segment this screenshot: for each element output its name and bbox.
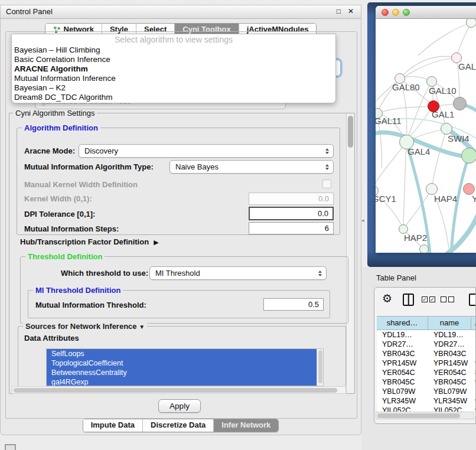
column-header-partial[interactable]: A: [471, 317, 476, 330]
network-node[interactable]: [419, 244, 429, 253]
column-header-shared-name[interactable]: shared…: [377, 317, 428, 330]
dropdown-item-bayesian-hill-climbing[interactable]: Bayesian – Hill Climbing: [12, 45, 335, 55]
cell: YLR345W: [377, 396, 428, 406]
dropdown-item-aracne[interactable]: ARACNE Algorithm: [12, 64, 335, 74]
node-label-gal10: GAL10: [429, 86, 457, 96]
network-node-hap4[interactable]: [426, 183, 438, 195]
manual-kernel-checkbox[interactable]: [322, 180, 331, 188]
cell: YBR045C: [428, 377, 471, 387]
apply-button[interactable]: Apply: [158, 399, 201, 413]
tab-infer-network[interactable]: Infer Network: [214, 419, 278, 432]
tab-infer-network-label: Infer Network: [221, 421, 270, 429]
table-header-row: shared… name A: [377, 316, 476, 330]
list-item-topologicalcoefficient[interactable]: TopologicalCoefficient: [47, 358, 323, 368]
tab-discretize-data[interactable]: Discretize Data: [143, 419, 214, 432]
mi-threshold-field[interactable]: 0.5: [263, 298, 324, 311]
network-node-gal1[interactable]: [441, 123, 452, 135]
cell: 9.: [471, 377, 476, 387]
network-node-swi4[interactable]: [461, 148, 476, 164]
mi-type-combo[interactable]: Naive Bayes: [169, 160, 334, 174]
kernel-width-field[interactable]: 0.0: [249, 193, 334, 205]
settings-scrollbar-thumb[interactable]: [348, 116, 353, 148]
bottom-tabgroup: Impute Data Discretize Data Infer Networ…: [83, 419, 279, 432]
which-threshold-combo[interactable]: MI Threshold: [149, 266, 327, 280]
expander-down-arrow-icon[interactable]: ▼: [139, 324, 145, 330]
column-header-name[interactable]: name: [428, 317, 471, 330]
network-node-gray[interactable]: [453, 97, 467, 110]
data-attributes-list: SelfLoops TopologicalCoefficient Between…: [46, 348, 324, 386]
mi-type-label: Mutual Information Algorithm Type:: [24, 162, 154, 171]
splitter-handle-icon[interactable]: ◂: [361, 217, 364, 223]
combo-spinner-icon: [324, 161, 331, 173]
control-panel: Control Panel □ ✕: [0, 5, 361, 435]
list-item-betweennesscentrality[interactable]: BetweennessCentrality: [47, 368, 323, 377]
table-row[interactable]: YDL19…YDL19…13: [377, 330, 476, 340]
table-row[interactable]: YBR043CYBR043C: [377, 349, 476, 358]
node-label-hap2: HAP2: [404, 233, 427, 243]
table-panel: Table Panel ⚙ ✓ ✓ shared… name A YDL19…Y…: [361, 267, 476, 450]
cell: YER054C: [377, 368, 428, 377]
cell: YBL079W: [377, 387, 428, 396]
attributes-vertical-scrollbar[interactable]: [317, 349, 323, 386]
settings-hscrollbar-thumb[interactable]: [14, 388, 337, 393]
cell: YPR145W: [377, 358, 428, 368]
hub-definition-expander[interactable]: Hub/Transcription Factor Definition▶: [20, 237, 159, 246]
network-window: GAL GAL80 GAL10 GAL1 GAL11 SWI4 GAL4 GCY…: [376, 6, 476, 253]
table-row[interactable]: YDR27…YDR27…12: [377, 340, 476, 349]
table-row[interactable]: YBR045CYBR045C9.: [377, 377, 476, 387]
node-label-gal80: GAL80: [392, 82, 420, 92]
cell: YBR045C: [377, 377, 428, 387]
aracne-mode-combo[interactable]: Discovery: [79, 144, 334, 158]
settings-horizontal-scrollbar[interactable]: [12, 386, 346, 394]
network-node[interactable]: [466, 19, 476, 28]
deselect-all-checkbox-icon[interactable]: [448, 296, 454, 302]
cell: YLR345W: [428, 396, 471, 406]
table-horizontal-scrollbar[interactable]: [376, 412, 474, 419]
dropdown-item-mutual-information[interactable]: Mutual Information Inference: [12, 74, 335, 83]
cell: YDR27…: [377, 340, 428, 349]
dropdown-item-basic-correlation[interactable]: Basic Correlation Inference: [12, 55, 335, 64]
node-label-hap4: HAP4: [434, 194, 457, 204]
cell: YDL19…: [428, 330, 471, 340]
tab-impute-data[interactable]: Impute Data: [83, 419, 143, 432]
network-window-titlebar[interactable]: [376, 6, 476, 19]
table-row[interactable]: YER054CYER054C8.: [377, 368, 476, 377]
hub-definition-label: Hub/Transcription Factor Definition: [20, 237, 149, 246]
settings-vertical-scrollbar[interactable]: [346, 114, 354, 393]
mi-steps-field[interactable]: 6: [249, 222, 334, 234]
window-close-button[interactable]: [382, 9, 389, 16]
list-item-selfloops[interactable]: SelfLoops: [47, 349, 323, 358]
select-all-checkbox-icon[interactable]: ✓: [429, 296, 435, 302]
dropdown-item-dream8[interactable]: Dream8 DC_TDC Algorithm: [12, 93, 335, 102]
float-panel-icon[interactable]: □: [337, 7, 341, 15]
table-row[interactable]: YBL079WYBL079W: [377, 387, 476, 396]
select-all-checkbox-icon[interactable]: ✓: [422, 296, 428, 302]
network-canvas[interactable]: GAL GAL80 GAL10 GAL1 GAL11 SWI4 GAL4 GCY…: [376, 19, 476, 253]
table-hscrollbar-thumb[interactable]: [377, 413, 460, 418]
node-label-gal1: GAL1: [432, 109, 454, 119]
window-minimize-button[interactable]: [392, 9, 399, 16]
list-item-gal4rgexp[interactable]: gal4RGexp: [47, 377, 323, 386]
network-node-salmon[interactable]: [463, 183, 475, 195]
combo-spinner-icon: [317, 267, 324, 279]
minimized-panel-icon[interactable]: [5, 444, 16, 450]
table-row[interactable]: YLR345WYLR345W9.: [377, 396, 476, 406]
dropdown-item-bayesian-k2[interactable]: Bayesian – K2: [12, 83, 335, 93]
new-file-icon[interactable]: [469, 294, 476, 306]
close-panel-icon[interactable]: ✕: [348, 7, 354, 15]
mi-steps-label: Mutual Information Steps:: [24, 224, 119, 233]
table-settings-gear-icon[interactable]: ⚙: [382, 292, 392, 306]
attributes-scrollbar-thumb[interactable]: [318, 350, 322, 383]
table-row-clipped[interactable]: YIL052CYIL052C9.: [377, 406, 476, 412]
tab-discretize-data-label: Discretize Data: [151, 421, 206, 429]
cell: YBR043C: [428, 349, 471, 358]
table-row[interactable]: YPR145WYPR145W9.: [377, 358, 476, 368]
table-toolbar: ⚙ ✓ ✓: [374, 288, 475, 315]
cell: YBL079W: [428, 387, 471, 396]
node-label-swi4: SWI4: [448, 133, 470, 144]
window-zoom-button[interactable]: [403, 9, 410, 16]
column-layout-icon[interactable]: [403, 294, 414, 306]
mi-threshold-group: MI Threshold Definition Mutual Informati…: [28, 290, 330, 318]
dpi-tolerance-field[interactable]: 0.0: [249, 207, 334, 220]
deselect-all-checkbox-icon[interactable]: [441, 296, 446, 302]
